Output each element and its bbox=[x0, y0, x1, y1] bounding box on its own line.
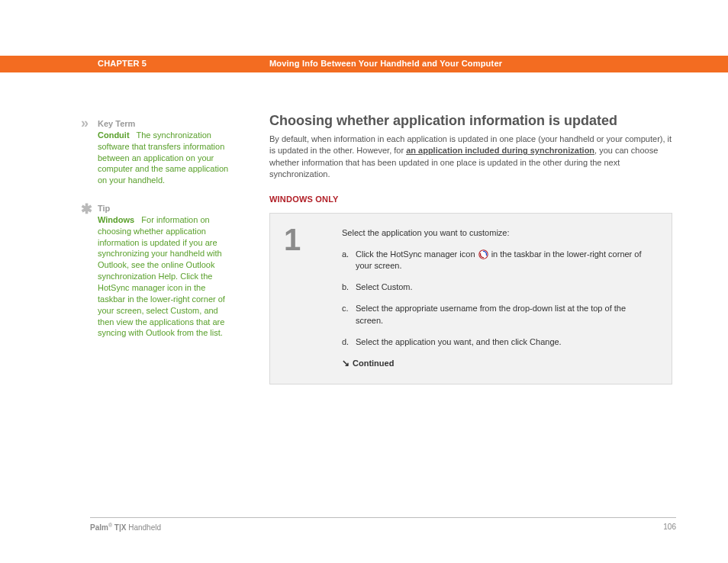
chapter-label: CHAPTER 5 bbox=[98, 59, 147, 68]
step-lead: Select the application you want to custo… bbox=[342, 227, 649, 240]
tip-marker-icon: ✱ bbox=[81, 200, 92, 218]
tip-label: Windows bbox=[98, 215, 134, 224]
step-b: b. Select Custom. bbox=[342, 282, 649, 294]
continued-indicator: ↘Continued bbox=[342, 358, 649, 370]
footer-tail: Handheld bbox=[126, 523, 161, 532]
sidebar: » Key Term Conduit The synchronization s… bbox=[98, 118, 235, 355]
footer-brand-strong: Palm bbox=[90, 523, 108, 532]
tip-block: ✱ Tip Windows For information on choosin… bbox=[98, 203, 235, 339]
step-c-letter: c. bbox=[342, 303, 356, 327]
step-number: 1 bbox=[270, 214, 342, 384]
page-number: 106 bbox=[663, 523, 676, 532]
step-a: a. Click the HotSync manager icon in the… bbox=[342, 249, 649, 273]
footer-model: T|X bbox=[112, 523, 126, 532]
step-a-text: Click the HotSync manager icon in the ta… bbox=[356, 249, 649, 273]
step-d-letter: d. bbox=[342, 336, 356, 349]
chapter-banner: CHAPTER 5 Moving Info Between Your Handh… bbox=[0, 56, 728, 72]
tip-heading: Tip bbox=[98, 204, 110, 213]
continued-label: Continued bbox=[353, 359, 394, 368]
step-body: Select the application you want to custo… bbox=[342, 214, 672, 384]
hotsync-icon bbox=[478, 249, 488, 259]
intro-paragraph: By default, when information in each app… bbox=[269, 134, 674, 181]
step-b-text: Select Custom. bbox=[356, 282, 649, 294]
intro-link[interactable]: an application included during synchroni… bbox=[406, 146, 594, 155]
page: CHAPTER 5 Moving Info Between Your Handh… bbox=[0, 0, 728, 563]
step-c: c. Select the appropriate username from … bbox=[342, 303, 649, 327]
key-term-label: Conduit bbox=[98, 130, 130, 140]
page-footer: Palm® T|X Handheld 106 bbox=[90, 517, 676, 532]
step-box: 1 Select the application you want to cus… bbox=[269, 213, 672, 385]
platform-label: WINDOWS ONLY bbox=[269, 195, 674, 204]
step-c-text: Select the appropriate username from the… bbox=[356, 303, 649, 327]
step-a-pre: Click the HotSync manager icon bbox=[356, 249, 478, 259]
step-d: d. Select the application you want, and … bbox=[342, 336, 649, 349]
chapter-title: Moving Info Between Your Handheld and Yo… bbox=[269, 59, 502, 68]
continued-arrow-icon: ↘ bbox=[342, 359, 350, 368]
step-d-text: Select the application you want, and the… bbox=[356, 336, 649, 349]
section-heading: Choosing whether application information… bbox=[269, 113, 674, 129]
key-term-block: » Key Term Conduit The synchronization s… bbox=[98, 118, 235, 186]
step-b-letter: b. bbox=[342, 282, 356, 294]
step-a-letter: a. bbox=[342, 249, 356, 273]
footer-brand: Palm® T|X Handheld bbox=[90, 523, 161, 532]
key-term-marker-icon: » bbox=[81, 114, 87, 132]
tip-text: For information on choosing whether appl… bbox=[98, 215, 225, 337]
main-content: Choosing whether application information… bbox=[269, 113, 674, 384]
key-term-heading: Key Term bbox=[98, 119, 135, 128]
